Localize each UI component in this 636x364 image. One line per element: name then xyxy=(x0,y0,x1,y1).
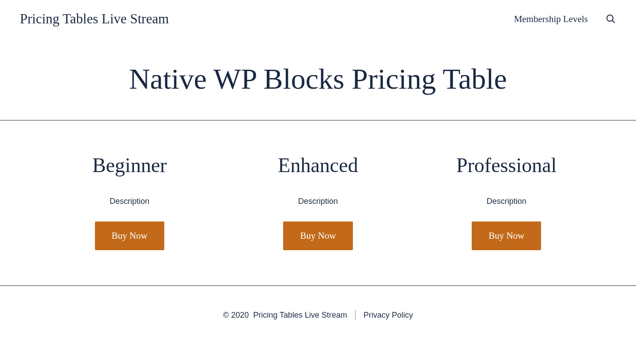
footer-privacy-link[interactable]: Privacy Policy xyxy=(363,311,413,320)
footer-copyright: © 2020 xyxy=(223,311,249,320)
site-title[interactable]: Pricing Tables Live Stream xyxy=(20,11,169,27)
svg-point-0 xyxy=(607,15,613,21)
plan-description: Description xyxy=(110,197,149,206)
plan-title: Beginner xyxy=(92,154,167,177)
pricing-table: Beginner Description Buy Now Enhanced De… xyxy=(0,120,636,285)
buy-now-button[interactable]: Buy Now xyxy=(472,221,541,250)
plan-enhanced: Enhanced Description Buy Now xyxy=(224,154,413,250)
plan-description: Description xyxy=(487,197,526,206)
site-header: Pricing Tables Live Stream Membership Le… xyxy=(0,0,636,38)
header-nav: Membership Levels xyxy=(514,14,616,25)
plan-description: Description xyxy=(298,197,338,206)
svg-line-1 xyxy=(612,20,615,23)
buy-now-button[interactable]: Buy Now xyxy=(95,221,164,250)
nav-membership-levels[interactable]: Membership Levels xyxy=(514,14,588,25)
footer-separator xyxy=(355,310,356,320)
plan-title: Enhanced xyxy=(278,154,358,177)
search-icon[interactable] xyxy=(606,14,616,24)
plan-beginner: Beginner Description Buy Now xyxy=(35,154,224,250)
plan-professional: Professional Description Buy Now xyxy=(412,154,601,250)
page-title: Native WP Blocks Pricing Table xyxy=(0,62,636,96)
site-footer: © 2020 Pricing Tables Live Stream Privac… xyxy=(0,286,636,344)
footer-site-link[interactable]: Pricing Tables Live Stream xyxy=(253,311,347,320)
plan-title: Professional xyxy=(456,154,556,177)
buy-now-button[interactable]: Buy Now xyxy=(283,221,352,250)
